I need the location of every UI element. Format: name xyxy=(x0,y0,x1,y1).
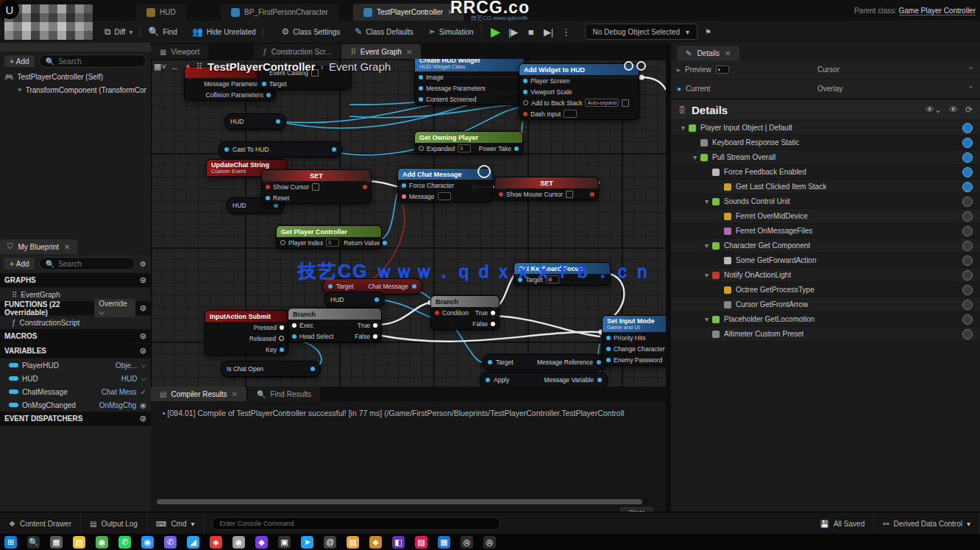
expander-icon[interactable]: ▾ xyxy=(705,241,712,250)
pin-blue[interactable] xyxy=(374,297,379,302)
scrollbar-thumb[interactable] xyxy=(157,499,642,504)
variable-visibility-control[interactable]: ⌵ xyxy=(141,374,146,383)
filter-gear-icon[interactable]: ⚙ xyxy=(140,260,146,268)
row-toggle[interactable] xyxy=(962,152,973,163)
pin-blue[interactable] xyxy=(402,183,406,188)
pin-blue[interactable] xyxy=(419,86,423,91)
node-set-mouse-cursor[interactable]: SETShow Mouse Cursor xyxy=(494,177,599,200)
frame-skip-button[interactable]: |▶ xyxy=(505,24,522,40)
output-log-button[interactable]: ▤ Output Log xyxy=(81,512,147,535)
chrome-icon[interactable]: ◉ xyxy=(96,536,108,549)
breadcrumb-sub[interactable]: Event Graph xyxy=(329,60,391,73)
details-tree-row[interactable]: ▾Notify OnActionLight xyxy=(671,268,980,283)
section-functions[interactable]: FUNCTIONS (22 Overridable)Override ⌵⊙ xyxy=(0,301,151,316)
record-icon[interactable]: ◎ xyxy=(461,536,473,549)
tab-find-results[interactable]: 🔍Find Results xyxy=(248,387,320,401)
row-toggle[interactable] xyxy=(962,226,973,236)
component-root[interactable]: 🎮 TestPlayerController (Self) xyxy=(0,71,151,83)
pin-blue[interactable] xyxy=(606,347,611,351)
focus-icon[interactable]: ⊙ xyxy=(140,275,146,285)
node-cast-to-hud[interactable]: Cast To HUD xyxy=(219,141,342,158)
node-get-player-controller[interactable]: Get Player ControllerPlayer Index0Return… xyxy=(276,225,382,249)
pin-field[interactable]: 0 xyxy=(326,239,339,247)
parent-class-link[interactable]: Game Player Controller xyxy=(899,7,976,15)
pin-blue[interactable] xyxy=(523,90,528,94)
panel-splitter[interactable] xyxy=(666,43,671,512)
pin-blue[interactable] xyxy=(280,348,284,352)
record2-icon[interactable]: ◎ xyxy=(483,536,496,549)
row-toggle[interactable] xyxy=(962,123,973,133)
tab-my-blueprint[interactable]: ⛉ My Blueprint ✕ xyxy=(0,239,77,254)
pin-blue[interactable] xyxy=(224,147,229,152)
pin-blue[interactable] xyxy=(292,334,297,339)
diff-button[interactable]: ⧉ Diff ▾ xyxy=(97,21,140,43)
pin-field[interactable] xyxy=(438,192,451,200)
components-search-input[interactable]: 🔍 Search xyxy=(39,54,146,68)
debug-object-dropdown[interactable]: No Debug Object Selected ▾ xyxy=(585,24,697,40)
derived-data-button[interactable]: ⚯ Derived Data Control ▾ xyxy=(874,512,980,535)
variable-onmsgchanged[interactable]: OnMsgChangedOnMsgChg◉ xyxy=(0,398,151,412)
tab-event-graph[interactable]: ⠿Event Graph✕ xyxy=(341,44,421,59)
details-tree-row[interactable]: Ferret OnMessageFiles xyxy=(671,224,980,239)
pin-checkbox[interactable] xyxy=(622,99,629,107)
terminal-icon[interactable]: ▣ xyxy=(278,536,291,549)
row-toggle[interactable] xyxy=(962,167,973,177)
hide-unrelated-button[interactable]: 👥Hide Unrelated⋮ xyxy=(185,21,274,43)
pink-app-icon[interactable]: ▨ xyxy=(415,536,427,549)
details-tree-row[interactable]: Keyboard Response Static xyxy=(671,135,980,150)
variable-hud[interactable]: HUDHUD⌵ xyxy=(0,372,151,385)
horizontal-scrollbar[interactable] xyxy=(157,499,648,504)
pin-hollow[interactable] xyxy=(280,240,285,245)
details-tree-row[interactable]: ▾Placeholder GetLocomotion xyxy=(671,312,980,327)
row-toggle[interactable] xyxy=(962,197,973,207)
pin-hollow[interactable] xyxy=(419,146,424,151)
pin-blue[interactable] xyxy=(328,284,333,289)
expander-icon[interactable]: ▾ xyxy=(705,315,712,323)
node-branch-2[interactable]: BranchConditionTrueFalse xyxy=(430,295,500,330)
pin-red[interactable] xyxy=(523,112,528,116)
details-tree-row[interactable]: Cursor GetFrontArrow xyxy=(671,297,980,312)
pin-blue[interactable] xyxy=(310,367,315,371)
pin-blue[interactable] xyxy=(266,93,271,97)
details-tree-row[interactable]: ▾Pull Stream Overall xyxy=(671,150,980,165)
pin-exec[interactable] xyxy=(491,322,495,326)
tab-construction-scr-[interactable]: ƒConstruction Scr... xyxy=(254,44,340,59)
section-graphs[interactable]: GRAPHS⊙ xyxy=(0,273,151,288)
expander-icon[interactable]: ▾ xyxy=(705,271,712,279)
close-icon[interactable]: ✕ xyxy=(725,49,731,57)
variable-visibility-control[interactable]: ◉ xyxy=(140,401,146,409)
pin-blue[interactable] xyxy=(383,241,387,245)
pin-exech[interactable] xyxy=(279,336,284,341)
node-set-input-mode[interactable]: Set Input ModeGame and UIPriority HitsCh… xyxy=(602,315,666,366)
pin-blue[interactable] xyxy=(606,336,611,340)
row-toggle[interactable] xyxy=(962,138,973,148)
pin-blue[interactable] xyxy=(419,97,423,102)
class-defaults-button[interactable]: ✎Class Defaults xyxy=(347,21,421,43)
node-add-to-viewport[interactable]: Add Widget to HUDPlayer ScreenViewport S… xyxy=(519,63,639,120)
node-pill-apply-var[interactable]: ApplyMessage Variable xyxy=(480,372,608,387)
pin-exec[interactable] xyxy=(491,311,495,315)
pin-blue[interactable] xyxy=(332,147,336,152)
pin-red[interactable] xyxy=(499,192,503,197)
details-tree-row[interactable]: Force Feedback Enabled xyxy=(671,165,980,180)
details-tree-row[interactable]: Ferret OverMidDevice xyxy=(671,209,980,224)
pin-blue[interactable] xyxy=(276,119,280,124)
component-child[interactable]: ⌖ TransformComponent (TransformComponent… xyxy=(0,83,151,96)
row-toggle[interactable] xyxy=(962,314,973,325)
components-add-button[interactable]: + Add xyxy=(4,55,35,67)
prop-cell-left[interactable]: ●Current xyxy=(677,85,813,93)
search-icon[interactable]: 🔍 xyxy=(27,536,40,549)
tab-compiler-results[interactable]: ▤Compiler Results✕ xyxy=(151,387,246,401)
collapse-chevron-icon[interactable]: ⌃ xyxy=(968,85,974,93)
focus-icon[interactable]: ⊙ xyxy=(140,414,146,423)
prop-cell-right[interactable]: Overlay xyxy=(817,85,954,93)
pin-blue[interactable] xyxy=(597,360,601,364)
pin-hollow[interactable] xyxy=(523,100,528,105)
eye-filter-icon[interactable]: 👁⌄ xyxy=(926,105,942,115)
graph-item-constructionscript[interactable]: ƒConstructionScript xyxy=(0,316,151,329)
pin-blue[interactable] xyxy=(266,196,270,200)
tab-details[interactable]: ✎ Details ✕ xyxy=(677,46,739,60)
graph-view-button[interactable]: ▦˅ xyxy=(154,62,166,71)
pin-blue[interactable] xyxy=(419,75,423,80)
pin-blue[interactable] xyxy=(262,82,266,86)
